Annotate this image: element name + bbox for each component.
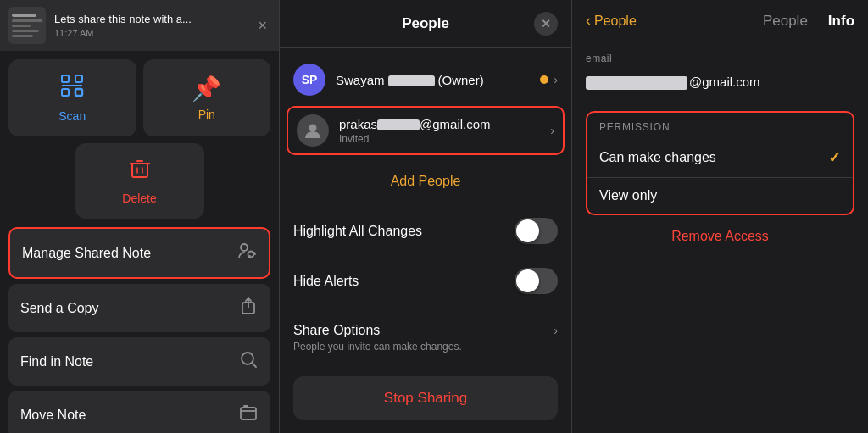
email-section: email @gmail.com [586, 53, 854, 97]
move-note-label: Move Note [20, 408, 86, 423]
can-make-changes-label: Can make changes [599, 150, 716, 165]
left-panel: Lets share this note with a... 11:27 AM … [0, 0, 280, 433]
delete-icon [128, 157, 152, 186]
share-options-chevron: › [554, 324, 558, 337]
stop-sharing-button[interactable]: Stop Sharing [293, 376, 558, 420]
notification-time: 11:27 AM [54, 28, 246, 38]
send-copy-label: Send a Copy [20, 301, 99, 316]
view-only-label: View only [599, 188, 657, 203]
menu-items: Manage Shared Note Send a Copy [0, 227, 279, 433]
owner-avatar: SP [293, 64, 326, 96]
invited-row-right: › [550, 124, 554, 137]
highlight-changes-toggle[interactable] [515, 218, 558, 244]
hide-alerts-label: Hide Alerts [293, 274, 359, 289]
hide-alerts-row[interactable]: Hide Alerts [280, 256, 571, 306]
svg-rect-15 [241, 408, 256, 419]
hide-alerts-toggle[interactable] [515, 268, 558, 294]
owner-row[interactable]: SP Swayam(Owner) › [280, 55, 571, 104]
pin-icon: 📌 [192, 75, 221, 103]
svg-rect-0 [62, 75, 69, 82]
move-note-icon [238, 402, 259, 427]
stop-sharing-label: Stop Sharing [384, 390, 467, 406]
notification-thumb [8, 7, 46, 44]
right-tabs: People Info [752, 13, 854, 30]
svg-rect-3 [75, 89, 82, 96]
owner-info: Swayam(Owner) [336, 73, 530, 87]
svg-point-10 [241, 244, 248, 251]
delete-label: Delete [122, 192, 156, 205]
action-grid: Scan 📌 Pin Delete [0, 51, 279, 227]
checkmark-icon: ✓ [828, 148, 841, 167]
manage-shared-icon [236, 241, 257, 265]
tab-info[interactable]: Info [828, 13, 854, 30]
delete-button[interactable]: Delete [75, 143, 204, 219]
svg-point-16 [309, 125, 317, 132]
remove-access-button[interactable]: Remove Access [586, 215, 854, 258]
email-blur [586, 76, 687, 90]
notification-title: Lets share this note with a... [54, 13, 246, 27]
invited-row[interactable]: prakas@gmail.com Invited › [287, 106, 565, 155]
manage-shared-note-button[interactable]: Manage Shared Note [8, 227, 270, 279]
back-button[interactable]: ‹ People [586, 12, 637, 30]
notification-text: Lets share this note with a... 11:27 AM [54, 13, 246, 39]
people-header: People ✕ [280, 0, 571, 48]
send-copy-icon [238, 296, 259, 320]
pin-label: Pin [198, 108, 215, 121]
remove-access-label: Remove Access [671, 229, 769, 243]
owner-name: Swayam(Owner) [336, 73, 530, 87]
scan-label: Scan [58, 109, 86, 123]
people-list: SP Swayam(Owner) › prakas@gmail [280, 48, 571, 164]
invited-info: prakas@gmail.com Invited [339, 117, 540, 145]
find-in-note-button[interactable]: Find in Note [8, 337, 270, 386]
people-close-button[interactable]: ✕ [534, 12, 558, 36]
permission-section: PERMISSION Can make changes ✓ View only [586, 111, 854, 215]
send-copy-button[interactable]: Send a Copy [8, 284, 270, 332]
right-header: ‹ People People Info [572, 0, 868, 42]
highlight-changes-row[interactable]: Highlight All Changes [280, 206, 571, 256]
people-title: People [317, 15, 534, 32]
manage-shared-note-label: Manage Shared Note [22, 246, 151, 261]
share-options-title: Share Options › [293, 323, 558, 338]
svg-rect-2 [62, 89, 69, 96]
permission-label: PERMISSION [587, 113, 853, 138]
invited-status: Invited [339, 133, 540, 145]
share-options-subtitle: People you invite can make changes. [293, 341, 558, 353]
scan-button[interactable]: Scan [8, 59, 136, 136]
invited-email: prakas@gmail.com [339, 117, 540, 131]
owner-row-right: › [540, 73, 558, 86]
invited-avatar [297, 114, 329, 147]
owner-chevron: › [554, 73, 558, 86]
email-field-value: @gmail.com [586, 68, 854, 97]
right-panel: ‹ People People Info email @gmail.com PE… [572, 0, 868, 433]
tab-people[interactable]: People [763, 13, 808, 30]
email-field-label: email [586, 53, 854, 64]
right-content: email @gmail.com PERMISSION Can make cha… [572, 42, 868, 433]
highlight-changes-label: Highlight All Changes [293, 224, 422, 239]
find-in-note-label: Find in Note [20, 354, 93, 369]
add-people-button[interactable]: Add People [280, 164, 571, 199]
close-icon[interactable]: × [254, 14, 270, 38]
svg-line-14 [253, 364, 257, 368]
middle-panel: People ✕ SP Swayam(Owner) › [280, 0, 572, 433]
find-in-note-icon [238, 349, 259, 374]
view-only-option[interactable]: View only [587, 177, 853, 214]
pin-button[interactable]: 📌 Pin [143, 59, 271, 136]
can-make-changes-option[interactable]: Can make changes ✓ [587, 138, 853, 177]
move-note-button[interactable]: Move Note [8, 391, 270, 433]
scan-icon [59, 73, 85, 104]
back-label: People [594, 14, 637, 29]
invited-chevron: › [550, 124, 554, 137]
share-options-row[interactable]: Share Options › People you invite can ma… [280, 313, 571, 363]
svg-rect-1 [75, 75, 82, 82]
notification-bar[interactable]: Lets share this note with a... 11:27 AM … [0, 0, 279, 51]
svg-rect-5 [132, 164, 147, 177]
owner-dot [540, 75, 548, 84]
back-chevron-icon: ‹ [586, 12, 591, 30]
